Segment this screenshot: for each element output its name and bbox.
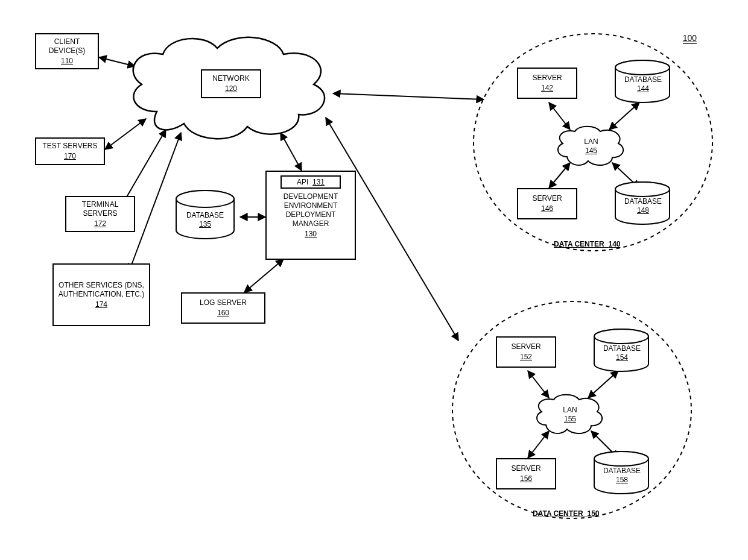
test-servers-box: TEST SERVERS 170 [35,137,105,165]
dc2-db-b-label-wrap: DATABASE 158 [599,467,645,485]
api-label: API [297,178,308,186]
dc2-server-b-box: SERVER 156 [496,458,556,489]
dc1-db-b-num: 148 [620,206,666,215]
other-services-box: OTHER SERVICES (DNS, AUTHENTICATION, ETC… [52,263,150,326]
terminal-servers-label: TERMINAL SERVERS [70,200,130,218]
dc2-server-a-num: 152 [520,353,532,362]
dc1-db-b-label-wrap: DATABASE 148 [620,197,666,215]
diagram-canvas: NETWORK 120 CLIENT DEVICE(S) 110 TEST SE… [0,0,748,560]
dc2-server-b-num: 156 [520,474,532,483]
svg-point-18 [176,190,234,207]
log-server-box: LOG SERVER 160 [181,292,265,324]
dc1-lan-num: 145 [576,146,606,156]
dc1-db-b-label: DATABASE [620,197,666,206]
dc2-caption: DATA CENTER 150 [533,509,599,518]
client-device-label: CLIENT DEVICE(S) [40,37,94,55]
dc2-server-a-box: SERVER 152 [496,336,556,368]
dc2-db-a-label: DATABASE [599,344,645,353]
network-label: NETWORK [212,74,249,83]
database-135-label-wrap: DATABASE 135 [181,211,229,229]
dc1-lan-label-wrap: LAN 145 [576,137,606,156]
dc1-server-a-num: 142 [541,84,553,93]
dc1-server-b-label: SERVER [532,194,562,203]
dc2-db-b-label: DATABASE [599,467,645,476]
dc2-lan-label: LAN [555,406,585,415]
dc1-caption-label: DATA CENTER [554,240,604,248]
client-device-num: 110 [61,57,73,66]
dc2-db-b-num: 158 [599,476,645,485]
log-server-num: 160 [217,309,229,318]
api-inline: API 131 [297,178,325,187]
dc1-server-a-box: SERVER 142 [517,68,577,99]
svg-point-23 [615,182,670,197]
svg-point-28 [594,451,648,466]
svg-line-6 [244,259,284,292]
svg-line-7 [333,93,484,99]
log-server-label: LOG SERVER [200,298,247,307]
database-135-label: DATABASE [181,211,229,220]
dc1-server-a-label: SERVER [532,74,562,83]
dc2-server-a-label: SERVER [511,342,540,351]
dc2-db-a-label-wrap: DATABASE 154 [599,344,645,362]
dedm-label: DEVELOPMENT ENVIRONMENT DEPLOYMENT MANAG… [271,192,350,228]
dc2-server-b-label: SERVER [511,464,540,473]
other-services-label: OTHER SERVICES (DNS, AUTHENTICATION, ETC… [57,281,145,299]
dc1-lan-label: LAN [576,137,606,146]
test-servers-num: 170 [64,152,76,161]
terminal-servers-num: 172 [94,219,106,228]
dc2-caption-label: DATA CENTER [533,509,583,518]
dc2-lan-num: 155 [555,415,585,424]
dc1-server-b-box: SERVER 146 [517,188,577,219]
dc1-db-a-num: 144 [620,84,666,93]
network-num: 120 [225,84,237,93]
dc1-caption: DATA CENTER 140 [554,240,620,248]
dc1-caption-num: 140 [608,240,620,248]
dc2-db-a-num: 154 [599,353,645,362]
dc1-db-a-label-wrap: DATABASE 144 [620,75,666,93]
dedm-num: 130 [305,230,317,239]
network-label-box: NETWORK 120 [201,69,261,98]
test-servers-label: TEST SERVERS [43,142,98,151]
dc1-server-b-num: 146 [541,204,553,213]
svg-point-26 [594,329,648,344]
api-num: 131 [312,178,325,186]
dc2-caption-num: 150 [587,509,599,518]
dc2-lan-label-wrap: LAN 155 [555,406,585,424]
terminal-servers-box: TERMINAL SERVERS 172 [65,196,135,232]
other-services-num: 174 [95,300,107,309]
client-device-box: CLIENT DEVICE(S) 110 [35,33,99,69]
dedm-box: API 131 DEVELOPMENT ENVIRONMENT DEPLOYME… [265,171,356,260]
dc1-db-a-label: DATABASE [620,75,666,84]
api-box: API 131 [280,175,341,189]
database-135-num: 135 [181,220,229,229]
svg-point-21 [615,60,670,75]
